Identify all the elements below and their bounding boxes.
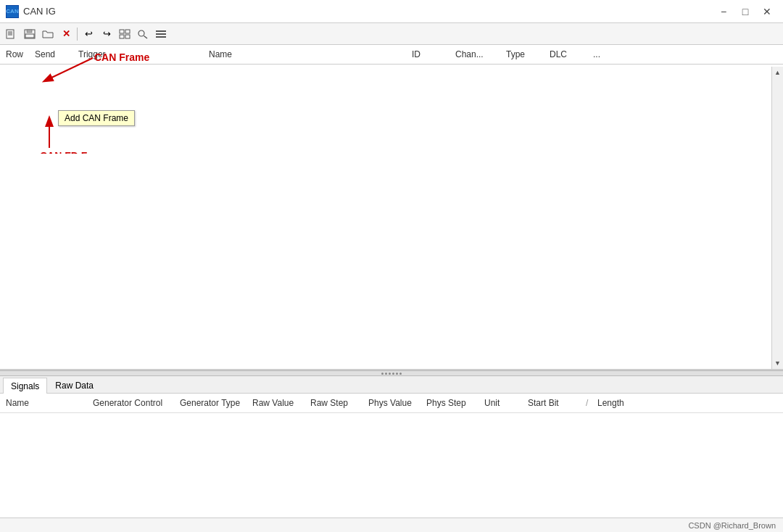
maximize-button[interactable]: □ [735, 4, 755, 20]
toolbar-folder-btn[interactable] [39, 26, 57, 42]
svg-rect-7 [120, 30, 124, 33]
scol-header-rawstep: Raw Step [304, 396, 362, 410]
signals-table-header: Name Generator Control Generator Type Ra… [0, 394, 783, 413]
toolbar-undo-btn[interactable]: ↩ [80, 26, 97, 42]
status-text: CSDN @Richard_Brown [688, 521, 776, 530]
toolbar: ✕ ↩ ↪ [0, 23, 783, 45]
svg-point-11 [138, 30, 144, 36]
toolbar-delete-btn[interactable]: ✕ [57, 26, 75, 42]
minimize-button[interactable]: − [713, 4, 734, 20]
col-header-chan: Chan... [450, 48, 500, 61]
toolbar-grid-btn[interactable] [116, 26, 133, 42]
svg-line-12 [144, 36, 148, 38]
window-title: CAN IG [23, 6, 56, 17]
status-bar: CSDN @Richard_Brown [0, 518, 783, 532]
col-header-id: ID [406, 48, 450, 61]
main-area: Row Send Trigger Name ID Chan... Type DL… [0, 45, 783, 518]
svg-rect-14 [156, 33, 166, 35]
scol-header-name: Name [0, 396, 87, 410]
col-header-type: Type [500, 48, 544, 61]
scol-header-length: Length [592, 396, 650, 410]
scol-header-unit: Unit [478, 396, 522, 410]
scol-header-slash: / [580, 396, 592, 410]
svg-rect-15 [156, 36, 166, 38]
scol-header-rawval: Raw Value [246, 396, 304, 410]
col-header-dlc: DLC [544, 48, 587, 61]
col-header-more: ... [587, 48, 609, 61]
toolbar-redo-btn[interactable]: ↪ [98, 26, 115, 42]
close-button[interactable]: ✕ [757, 4, 777, 20]
toolbar-new-btn[interactable] [3, 26, 20, 42]
svg-rect-5 [27, 30, 32, 33]
scroll-down-arrow[interactable]: ▼ [772, 357, 784, 369]
scol-header-gtype: Generator Type [174, 396, 246, 410]
scroll-up-arrow[interactable]: ▲ [772, 67, 784, 78]
col-header-send: Send [29, 48, 72, 61]
tab-raw-data[interactable]: Raw Data [47, 378, 102, 393]
toolbar-settings-btn[interactable] [152, 26, 170, 42]
frame-table-scrollbar[interactable]: ▲ ▼ [771, 67, 783, 369]
frame-table-header: Row Send Trigger Name ID Chan... Type DL… [0, 45, 783, 65]
svg-rect-8 [125, 30, 130, 33]
scol-header-physstep: Phys Step [420, 396, 478, 410]
toolbar-search-btn[interactable] [134, 26, 152, 42]
panel-resize-handle[interactable] [0, 370, 783, 376]
toolbar-separator-1 [77, 28, 78, 41]
svg-rect-0 [7, 30, 14, 38]
toolbar-save-btn[interactable] [21, 26, 38, 42]
scol-header-startbit: Start Bit [522, 396, 580, 410]
svg-text:CAN FD Frame: CAN FD Frame [40, 150, 112, 154]
title-bar-left: CAN CAN IG [6, 5, 56, 18]
signals-panel: Signals Raw Data Name Generator Control … [0, 376, 783, 518]
col-header-row: Row [0, 48, 29, 61]
frame-table-panel: Row Send Trigger Name ID Chan... Type DL… [0, 45, 783, 370]
title-bar: CAN CAN IG − □ ✕ [0, 0, 783, 23]
col-header-trigger: Trigger [72, 48, 203, 61]
add-can-frame-tooltip: Add CAN Frame [58, 110, 135, 126]
signals-body [0, 413, 783, 518]
tab-signals[interactable]: Signals [3, 378, 47, 394]
app-icon: CAN [6, 5, 19, 18]
scol-header-physval: Phys Value [362, 396, 420, 410]
scol-header-gctrl: Generator Control [87, 396, 174, 410]
signals-tabs: Signals Raw Data [0, 376, 783, 394]
svg-rect-10 [125, 35, 130, 38]
window-controls: − □ ✕ [713, 4, 777, 20]
svg-rect-13 [156, 30, 166, 32]
svg-rect-6 [25, 34, 34, 38]
svg-rect-9 [120, 35, 124, 38]
col-header-name: Name [203, 48, 406, 61]
resize-dots [381, 373, 402, 375]
